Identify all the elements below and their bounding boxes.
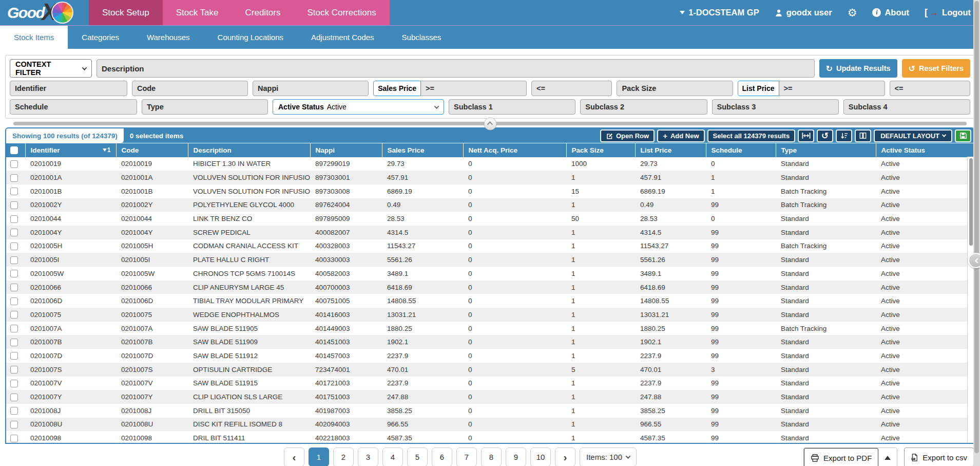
reset-filters-button[interactable]: ↺ Reset Filters xyxy=(902,59,970,78)
table-row[interactable]: 0201008U 0201008U DISC KIT REFILL ISOMED… xyxy=(6,418,974,432)
type-filter-input[interactable] xyxy=(142,99,268,115)
grid-scrollbar-thumb[interactable] xyxy=(969,158,973,246)
subclass2-filter-input[interactable] xyxy=(580,99,707,115)
select-all-checkbox-header[interactable] xyxy=(6,143,25,157)
table-row[interactable]: 02010075 02010075 WEDGE ENOPHTHALMOS 401… xyxy=(6,308,974,322)
row-checkbox[interactable] xyxy=(10,160,18,168)
tab-stock-take[interactable]: Stock Take xyxy=(163,0,232,25)
page-button[interactable]: 2 xyxy=(333,448,354,466)
table-row[interactable]: 02010019 02010019 HIBICET 1.30 IN WATER … xyxy=(6,157,974,171)
subclass4-filter-input[interactable] xyxy=(843,99,970,115)
active-status-select[interactable]: Active Status Active xyxy=(273,99,444,115)
subnav-warehouses[interactable]: Warehouses xyxy=(133,26,204,49)
sales-price-lte-input[interactable] xyxy=(531,81,612,96)
tab-stock-setup[interactable]: Stock Setup xyxy=(89,0,163,25)
table-row[interactable]: 0201005W 0201005W CHRONOS TCP 5GMS 71001… xyxy=(6,267,974,281)
page-button[interactable]: 8 xyxy=(481,448,502,466)
fit-columns-button[interactable] xyxy=(798,129,814,142)
pack-size-filter-input[interactable] xyxy=(617,81,733,96)
table-row[interactable]: 0201005H 0201005H CODMAN CRANIAL ACCESS … xyxy=(6,239,974,253)
layout-select[interactable]: DEFAULT LAYOUT xyxy=(874,129,952,142)
row-checkbox[interactable] xyxy=(10,256,18,264)
table-row[interactable]: 0201007Y 0201007Y CLIP LIGATION SLS LARG… xyxy=(6,390,974,404)
table-row[interactable]: 02010098 02010098 DRIL BIT 511411 402218… xyxy=(6,431,974,443)
list-price-gte-input[interactable] xyxy=(779,81,885,96)
page-button[interactable]: 7 xyxy=(456,448,477,466)
subnav-adjustment-codes[interactable]: Adjustment Codes xyxy=(297,26,388,49)
subclass3-filter-input[interactable] xyxy=(712,99,839,115)
column-header-identifier[interactable]: Identifier 1 xyxy=(25,143,116,157)
table-row[interactable]: 0201008J 0201008J DRILL BIT 315050 40198… xyxy=(6,404,974,418)
page-button[interactable]: 9 xyxy=(506,448,526,466)
page-button[interactable]: 10 xyxy=(530,448,551,466)
row-checkbox[interactable] xyxy=(10,270,18,277)
save-layout-button[interactable] xyxy=(955,129,971,142)
next-page-button[interactable]: › xyxy=(555,448,575,466)
row-checkbox[interactable] xyxy=(10,297,18,305)
table-row[interactable]: 0201001A 0201001A VOLUVEN SOLUTION FOR I… xyxy=(6,171,974,184)
column-header-code[interactable]: Code xyxy=(116,143,188,157)
column-header-sales-price[interactable]: Sales Price xyxy=(382,143,463,157)
header-checkbox[interactable] xyxy=(10,146,18,154)
about-button[interactable]: i About xyxy=(872,8,909,17)
reset-grid-button[interactable]: ↺ xyxy=(817,129,833,142)
collapse-filters-handle[interactable] xyxy=(484,117,496,130)
table-row[interactable]: 0201007D 0201007D SAW BLADE 511912 40145… xyxy=(6,349,974,363)
table-row[interactable]: 0201005I 0201005I PLATE HALLU C RIGHT 40… xyxy=(6,253,974,267)
logout-button[interactable]: [ → Logout xyxy=(925,7,971,18)
table-row[interactable]: 0201007S 0201007S OPTISULIN CARTRIDGE 72… xyxy=(6,363,974,377)
tab-stock-corrections[interactable]: Stock Corrections xyxy=(294,0,389,25)
page-scrollbar-thumb[interactable] xyxy=(974,1,979,453)
column-header-nett-acq-price[interactable]: Nett Acq. Price xyxy=(463,143,566,157)
subnav-subclasses[interactable]: Subclasses xyxy=(388,26,455,49)
page-button[interactable]: 4 xyxy=(382,448,403,466)
subnav-counting-locations[interactable]: Counting Locations xyxy=(204,26,297,49)
list-price-lte-input[interactable] xyxy=(890,81,970,96)
subclass1-filter-input[interactable] xyxy=(449,99,575,115)
add-new-button[interactable]: + Add New xyxy=(657,129,704,142)
column-header-schedule[interactable]: Schedule xyxy=(706,143,776,157)
identifier-filter-input[interactable] xyxy=(10,81,127,96)
export-csv-button[interactable]: csv Export to csv xyxy=(904,448,974,466)
column-header-list-price[interactable]: List Price xyxy=(635,143,706,157)
table-row[interactable]: 0201007V 0201007V SAW BLADE 511915 40172… xyxy=(6,377,974,390)
update-results-button[interactable]: ↻ Update Results xyxy=(819,59,897,78)
schedule-filter-input[interactable] xyxy=(10,99,137,115)
row-checkbox[interactable] xyxy=(10,380,18,387)
user-menu[interactable]: goodx user xyxy=(775,8,832,17)
page-button[interactable]: 6 xyxy=(432,448,452,466)
select-all-button[interactable]: Select all 124379 results xyxy=(707,129,796,142)
side-panel-toggle[interactable] xyxy=(968,253,980,268)
open-row-button[interactable]: Open Row xyxy=(600,129,655,142)
items-per-page-select[interactable]: Items: 100 xyxy=(580,448,637,466)
row-checkbox[interactable] xyxy=(10,366,18,374)
table-row[interactable]: 02010066 02010066 CLIP ANEURYSM LARGE 45… xyxy=(6,281,974,294)
table-row[interactable]: 0201002Y 0201002Y POLYETHYLENE GLYCOL 40… xyxy=(6,198,974,212)
row-checkbox[interactable] xyxy=(10,407,18,415)
row-checkbox[interactable] xyxy=(10,352,18,360)
row-checkbox[interactable] xyxy=(10,339,18,346)
goodx-logo[interactable]: Good X xyxy=(0,0,79,25)
row-checkbox[interactable] xyxy=(10,174,18,182)
page-button[interactable]: 5 xyxy=(407,448,428,466)
row-checkbox[interactable] xyxy=(10,188,18,195)
row-checkbox[interactable] xyxy=(10,201,18,209)
table-row[interactable]: 0201006D 0201006D TIBIAL TRAY MODULAR PR… xyxy=(6,294,974,308)
subnav-stock-items[interactable]: Stock Items xyxy=(0,26,68,49)
row-checkbox[interactable] xyxy=(10,421,18,428)
column-header-pack-size[interactable]: Pack Size xyxy=(566,143,635,157)
column-header-description[interactable]: Description xyxy=(188,143,310,157)
sort-button[interactable] xyxy=(836,129,852,142)
column-header-active-status[interactable]: Active Status xyxy=(876,143,974,157)
tab-creditors[interactable]: Creditors xyxy=(232,0,294,25)
page-button[interactable]: 1 xyxy=(309,448,329,466)
sales-price-gte-input[interactable] xyxy=(421,81,527,96)
description-input[interactable] xyxy=(97,59,815,78)
practice-selector[interactable]: 1-DOCSTEAM GP xyxy=(680,8,759,17)
table-row[interactable]: 0201007B 0201007B SAW BLADE 511909 40145… xyxy=(6,335,974,349)
row-checkbox[interactable] xyxy=(10,215,18,223)
row-checkbox[interactable] xyxy=(10,229,18,236)
row-checkbox[interactable] xyxy=(10,435,18,442)
nappi-filter-input[interactable] xyxy=(253,81,369,96)
columns-button[interactable] xyxy=(855,129,871,142)
